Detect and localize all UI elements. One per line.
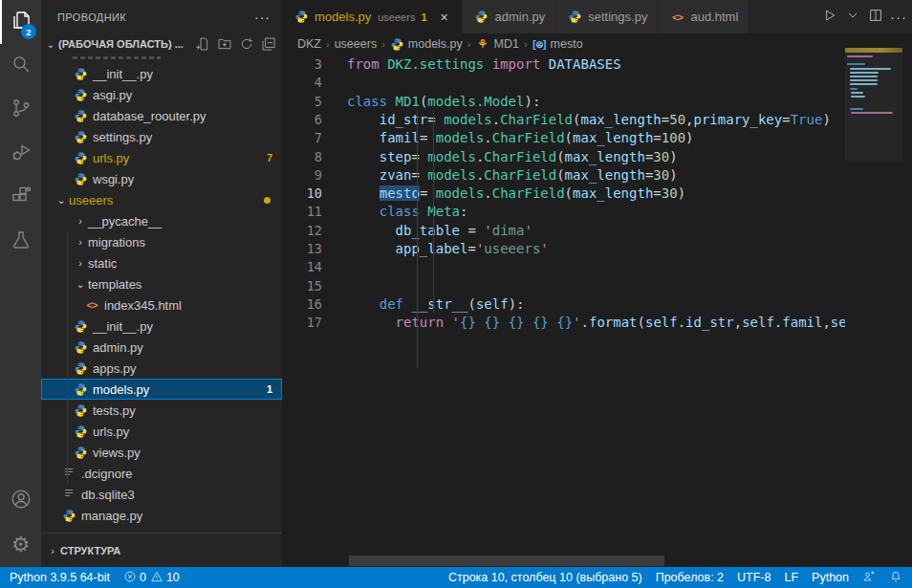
tree-item-urls-py[interactable]: urls.py7 [41,147,282,168]
tree-item-index345-html[interactable]: <>index345.html [41,294,282,316]
explorer-more-actions-icon[interactable]: ··· [254,10,271,25]
tree-item-static[interactable]: ›static [41,252,282,273]
status-item[interactable]: Строка 10, столбец 10 (выбрано 5) [448,571,642,584]
activitybar-account[interactable] [0,479,41,523]
tree-item-asgi-py[interactable]: asgi.py [41,84,282,105]
text-file-icon [62,466,76,482]
python-file-icon [73,339,88,355]
tree-item-label: manage.py [81,509,142,523]
minimap-line [847,55,873,57]
python-interpreter-status[interactable]: Python 3.9.5 64-bit [10,571,110,584]
tree-item--dcignore[interactable]: .dcignore [41,463,282,484]
tree-item-database-roouter-py[interactable]: database_roouter.py [41,105,282,126]
tree-item-settings-py[interactable]: settings.py [41,126,282,147]
activitybar-extensions[interactable] [0,176,41,220]
code-line-10: mesto= models.CharField(max_length=30) [347,185,685,203]
breadcrumb-item-mesto[interactable]: [⊜]mesto [532,37,583,52]
run-dropdown-button[interactable] [843,6,862,29]
status-label: Python 3.9.5 64-bit [10,571,110,584]
tree-item-manage-py[interactable]: manage.py [41,505,282,526]
split-editor-button[interactable] [866,6,885,29]
activitybar-search[interactable] [0,44,41,88]
tab-models-py[interactable]: models.pyuseeers1× [282,0,463,33]
close-icon[interactable]: × [437,10,452,25]
source-control-icon [10,97,33,123]
code-line-12: db_table = 'dima' [347,222,532,240]
python-file-icon [73,171,88,186]
problems-status[interactable]: 0 10 [123,570,180,586]
chevron-right-icon: › [73,215,88,227]
feedback-icon [862,570,876,586]
tree-item-admin-py[interactable]: admin.py [41,337,282,358]
line-number: 7 [282,129,322,147]
activitybar-testing[interactable] [0,220,41,264]
tree-item-label: index345.html [104,298,182,313]
vscode-window: 2 ⚙ ПРОВОДНИК ··· ⌄ (РАБОЧАЯ ОБЛАСТЬ) ..… [0,0,912,588]
minimap-line [850,88,858,90]
line-number: 17 [282,314,322,332]
bell-status[interactable] [889,570,902,586]
python-file-icon [567,10,582,25]
tab-admin-py[interactable]: admin.py [463,0,556,33]
new-file-icon[interactable] [193,34,212,54]
more-actions-button[interactable]: ··· [889,6,908,29]
warning-icon [150,570,163,586]
extensions-icon [10,185,33,211]
activity-bar: 2 ⚙ [0,0,41,567]
tree-item-urls-py[interactable]: urls.py [41,421,282,442]
chevron-right-icon: › [73,257,88,269]
activitybar-source-control[interactable] [0,88,41,132]
tree-item-wsgi-py[interactable]: wsgi.py [41,168,282,189]
activitybar-explorer[interactable]: 2 [0,0,41,44]
tab-settings-py[interactable]: settings.py [555,0,658,33]
run-button[interactable] [820,6,839,29]
python-file-icon [73,318,88,334]
code-editor[interactable]: 34567891011121314151617 from DKZ.setting… [282,54,845,567]
tab-aud-html[interactable]: <>aud.html [658,0,749,33]
bell-icon [889,570,902,586]
tree-item-useeers[interactable]: ⌄useeers [41,189,282,210]
minimap-line [851,92,863,94]
tree-item-migrations[interactable]: ›migrations [41,231,282,252]
line-number: 10 [282,185,322,203]
breadcrumb-item-md1[interactable]: ⚘MD1 [475,37,518,52]
explorer-sidebar: ПРОВОДНИК ··· ⌄ (РАБОЧАЯ ОБЛАСТЬ) ... __… [41,0,282,567]
search-icon [10,53,33,79]
activitybar-run-debug[interactable] [0,132,41,176]
status-item[interactable]: LF [784,571,798,584]
minimap[interactable] [845,48,902,567]
tree-item--init-py[interactable]: __init__.py [41,316,282,337]
tree-item-tests-py[interactable]: tests.py [41,400,282,421]
breadcrumb-item-models.py[interactable]: models.py [390,37,463,52]
tree-item-label: useeers [69,193,113,207]
tree-item-db-sqlite3[interactable]: db.sqlite3 [41,484,282,505]
tree-item-models-py[interactable]: models.py1 [41,379,282,400]
status-item[interactable]: UTF-8 [737,571,771,584]
feedback-status[interactable] [862,570,876,586]
new-folder-icon[interactable] [215,34,234,54]
code-line-5: class MD1(models.Model): [347,93,540,111]
python-file-icon [73,381,88,397]
breadcrumb-separator-icon: › [524,38,528,50]
collapse-all-icon[interactable] [259,34,278,54]
tree-item-views-py[interactable]: views.py [41,442,282,463]
refresh-icon[interactable] [237,34,256,54]
breadcrumb-item-useeers[interactable]: useeers [335,37,377,51]
python-file-icon [73,87,88,102]
horizontal-scrollbar[interactable] [349,555,664,566]
workspace-section-header[interactable]: ⌄ (РАБОЧАЯ ОБЛАСТЬ) ... [41,33,282,54]
status-label: Python [812,571,849,584]
activitybar-settings[interactable]: ⚙ [0,523,41,567]
breadcrumb-item-dkz[interactable]: DKZ [297,37,321,51]
text-file-icon [61,466,76,481]
tree-item--pycache-[interactable]: ›__pycache__ [41,210,282,231]
status-item[interactable]: Пробелов: 2 [656,571,724,584]
outline-section-header[interactable]: › СТРУКТУРА [41,533,282,567]
tree-item-apps-py[interactable]: apps.py [41,358,282,379]
status-item[interactable]: Python [812,571,849,584]
symbol-field-icon: [⊜] [532,37,547,52]
tree-item-templates[interactable]: ⌄templates [41,273,282,294]
tab-label: settings.py [588,10,647,24]
tree-item--init-py[interactable]: __init__.py [41,63,282,84]
python-file-icon [73,108,88,123]
